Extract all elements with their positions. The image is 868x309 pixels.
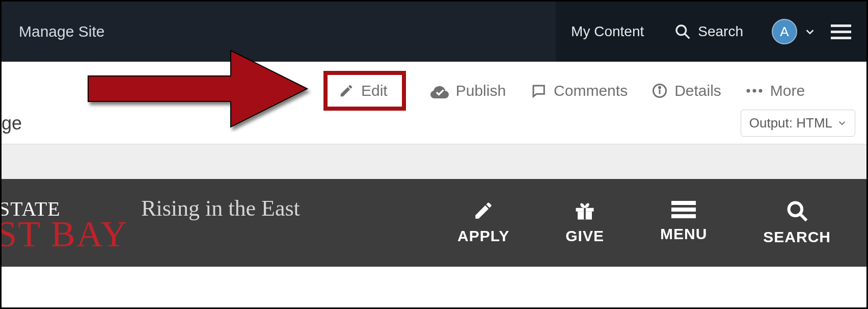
- svg-rect-13: [584, 208, 586, 220]
- page-title-fragment: ge: [2, 113, 22, 134]
- svg-rect-3: [831, 31, 851, 33]
- svg-point-8: [746, 89, 750, 93]
- hamburger-icon: [671, 200, 696, 219]
- svg-point-10: [758, 89, 762, 93]
- svg-point-0: [676, 25, 686, 35]
- svg-rect-4: [831, 37, 851, 39]
- svg-line-1: [685, 34, 689, 38]
- preview-spacer: [2, 144, 866, 179]
- avatar-initial: A: [780, 24, 789, 40]
- cloud-check-icon: [430, 83, 449, 98]
- edit-button[interactable]: Edit: [323, 71, 406, 111]
- manage-site-link[interactable]: Manage Site: [2, 23, 104, 40]
- ellipsis-icon: [746, 88, 763, 94]
- publish-button[interactable]: Publish: [430, 82, 506, 99]
- search-icon: [786, 200, 808, 222]
- comments-button[interactable]: Comments: [530, 82, 628, 99]
- cms-search-button[interactable]: Search: [659, 2, 758, 62]
- site-nav-search[interactable]: SEARCH: [763, 200, 831, 246]
- site-nav-give[interactable]: GIVE: [565, 200, 604, 246]
- site-brand[interactable]: STATE ST BAY Rising in the East: [0, 195, 300, 250]
- pencil-icon: [339, 83, 354, 98]
- my-content-label: My Content: [571, 23, 644, 40]
- output-label: Output: HTML: [749, 115, 832, 131]
- apply-label: APPLY: [457, 227, 509, 245]
- svg-point-9: [752, 89, 756, 93]
- site-banner: STATE ST BAY Rising in the East APPLY: [2, 179, 866, 267]
- info-icon: [652, 83, 667, 98]
- more-button[interactable]: More: [746, 82, 805, 99]
- details-button[interactable]: Details: [652, 82, 721, 99]
- search-label: SEARCH: [763, 228, 831, 246]
- svg-rect-16: [671, 214, 696, 218]
- comment-icon: [530, 83, 547, 98]
- details-label: Details: [674, 82, 721, 99]
- hamburger-icon: [831, 23, 851, 40]
- chevron-down-icon: [804, 26, 816, 37]
- cms-search-label: Search: [698, 23, 743, 40]
- svg-rect-2: [831, 24, 851, 27]
- user-menu[interactable]: A: [758, 2, 826, 62]
- comments-label: Comments: [554, 82, 628, 99]
- give-label: GIVE: [565, 227, 604, 245]
- svg-point-7: [659, 87, 661, 88]
- avatar: A: [772, 19, 797, 44]
- main-menu-button[interactable]: [826, 2, 866, 62]
- svg-rect-15: [671, 208, 696, 212]
- brand-line2: ST BAY: [0, 219, 128, 250]
- svg-rect-14: [671, 201, 696, 205]
- site-nav-menu[interactable]: MENU: [660, 200, 707, 246]
- chevron-down-icon: [837, 115, 847, 131]
- preview-body: [2, 267, 866, 306]
- publish-label: Publish: [456, 82, 506, 99]
- brand-tagline: Rising in the East: [141, 195, 300, 221]
- gift-icon: [573, 200, 596, 221]
- more-label: More: [770, 82, 805, 99]
- svg-line-18: [800, 214, 806, 221]
- page-action-bar: Edit Publish Comments: [2, 62, 866, 144]
- menu-label: MENU: [660, 225, 707, 243]
- my-content-link[interactable]: My Content: [556, 2, 659, 62]
- search-icon: [674, 23, 691, 40]
- edit-label: Edit: [361, 82, 388, 99]
- output-dropdown[interactable]: Output: HTML: [741, 110, 855, 137]
- site-nav-apply[interactable]: APPLY: [457, 200, 509, 246]
- pencil-icon: [473, 200, 494, 221]
- cms-top-bar: Manage Site My Content Search A: [2, 2, 866, 62]
- svg-point-17: [789, 203, 802, 216]
